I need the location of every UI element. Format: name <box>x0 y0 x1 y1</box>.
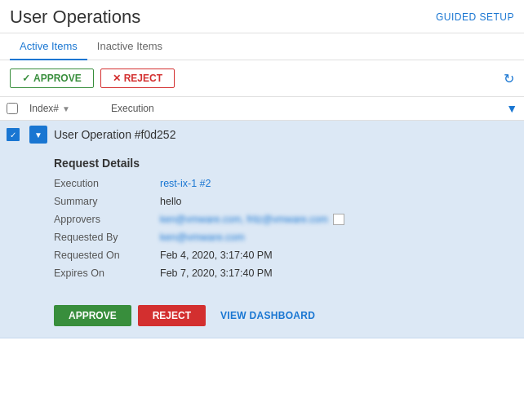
request-details-panel: Request Details Execution rest-ix-1 #2 S… <box>0 148 524 297</box>
sort-icon[interactable]: ▼ <box>62 104 70 113</box>
summary-value: hello <box>160 196 511 207</box>
expires-on-value: Feb 7, 2020, 3:17:40 PM <box>160 267 511 279</box>
requested-on-value: Feb 4, 2020, 3:17:40 PM <box>160 250 511 261</box>
summary-label: Summary <box>54 196 160 207</box>
checkmark-icon: ✓ <box>22 73 30 84</box>
approvers-checkbox[interactable] <box>333 214 344 225</box>
approvers-label: Approvers <box>54 214 160 225</box>
filter-icon-col: ▼ <box>495 102 517 115</box>
row-main-bar: ✓ ▼ User Operation #f0d252 <box>0 121 524 148</box>
view-dashboard-button[interactable]: VIEW DASHBOARD <box>212 305 323 326</box>
approvers-value-row: ken@vmware.com, fritz@vmware.com <box>160 214 344 225</box>
detail-requested-by: Requested By ken@vmware.com <box>54 232 511 243</box>
execution-column-header: Execution <box>111 103 495 114</box>
row-actions: APPROVE REJECT VIEW DASHBOARD <box>0 297 524 338</box>
detail-approvers: Approvers ken@vmware.com, fritz@vmware.c… <box>54 214 511 225</box>
reject-top-button[interactable]: ✕ REJECT <box>100 69 175 88</box>
requested-on-label: Requested On <box>54 250 160 261</box>
filter-icon[interactable]: ▼ <box>506 102 517 115</box>
refresh-icon[interactable]: ↻ <box>504 71 514 86</box>
tab-active-items[interactable]: Active Items <box>10 33 87 60</box>
table-row: ✓ ▼ User Operation #f0d252 Request Detai… <box>0 121 524 338</box>
approve-action-button[interactable]: APPROVE <box>54 305 131 326</box>
requested-by-value: ken@vmware.com <box>160 232 245 243</box>
table-header: Index# ▼ Execution ▼ <box>0 97 524 121</box>
expand-col: ▼ <box>29 126 54 144</box>
row-checkbox[interactable]: ✓ <box>7 128 20 141</box>
guided-setup-link[interactable]: GUIDED SETUP <box>436 11 514 23</box>
requested-by-label: Requested By <box>54 232 160 243</box>
expires-on-label: Expires On <box>54 267 160 279</box>
tab-inactive-items[interactable]: Inactive Items <box>87 33 172 60</box>
detail-execution: Execution rest-ix-1 #2 <box>54 178 511 189</box>
detail-summary: Summary hello <box>54 196 511 207</box>
select-all-checkbox[interactable] <box>7 103 18 114</box>
x-icon: ✕ <box>113 73 121 84</box>
detail-expires-on: Expires On Feb 7, 2020, 3:17:40 PM <box>54 267 511 279</box>
tabs-bar: Active Items Inactive Items <box>0 33 524 60</box>
execution-value[interactable]: rest-ix-1 #2 <box>160 178 511 189</box>
header-checkbox-col <box>7 103 29 114</box>
expand-button[interactable]: ▼ <box>29 126 47 144</box>
approvers-value: ken@vmware.com, fritz@vmware.com <box>160 214 328 225</box>
action-toolbar: ✓ APPROVE ✕ REJECT ↻ <box>0 60 524 97</box>
page-title: User Operations <box>10 7 140 28</box>
execution-label: Execution <box>54 178 160 189</box>
reject-action-button[interactable]: REJECT <box>138 305 206 326</box>
approve-top-button[interactable]: ✓ APPROVE <box>10 69 94 88</box>
row-title: User Operation #f0d252 <box>54 128 517 141</box>
detail-requested-on: Requested On Feb 4, 2020, 3:17:40 PM <box>54 250 511 261</box>
header: User Operations GUIDED SETUP <box>0 0 524 33</box>
index-column-header: Index# ▼ <box>29 103 111 114</box>
row-checkbox-col: ✓ <box>7 128 29 141</box>
details-title: Request Details <box>54 157 511 170</box>
